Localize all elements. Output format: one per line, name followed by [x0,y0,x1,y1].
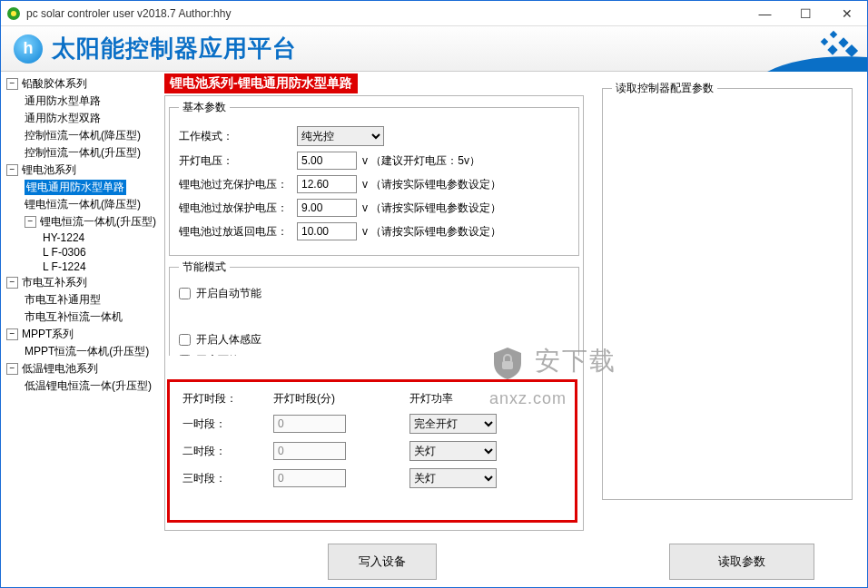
overdischarge-label: 锂电池过放保护电压： [179,201,297,216]
on-voltage-input[interactable] [297,152,357,170]
maximize-button[interactable]: ☐ [785,1,826,26]
tree-item[interactable]: 市电互补通用型 [3,291,161,309]
tree-item[interactable]: 控制恒流一体机(升压型) [3,144,161,162]
on-voltage-hint: v （建议开灯电压：5v） [362,153,480,169]
period-col2: 开灯功率 [409,391,453,407]
tree-item-selected[interactable]: 锂电通用防水型单路 [3,179,161,196]
right-panel: 读取控制器配置参数 [593,74,862,531]
discharge-return-hint: v （请按实际锂电参数设定） [362,224,501,240]
app-title: 太阳能控制器应用平台 [52,33,297,64]
period-title: 开灯时段： [182,391,273,407]
close-button[interactable]: ✕ [826,1,867,26]
read-config-group: 读取控制器配置参数 [602,81,853,500]
auto-energy-checkbox[interactable] [179,288,191,299]
tree-item[interactable]: MPPT恒流一体机(升压型) [3,343,161,360]
period3-power-select[interactable]: 关灯 [409,468,497,488]
page-title: 锂电池系列-锂电通用防水型单路 [164,74,358,93]
overcharge-hint: v （请按实际锂电参数设定） [362,177,501,192]
app-icon [6,6,21,21]
tree-item[interactable]: 通用防水型双路 [3,110,161,127]
pir-label: 开启人体感应 [196,332,261,348]
sidebar-tree[interactable]: 铅酸胶体系列 通用防水型单路 通用防水型双路 控制恒流一体机(降压型) 控制恒流… [1,72,163,587]
tree-subgroup[interactable]: 锂电恒流一体机(升压型) [3,213,161,230]
tree-item[interactable]: L F-1224 [3,260,161,274]
main-panel: 锂电池系列-锂电通用防水型单路 基本参数 工作模式： 纯光控 开灯电压： v （… [163,72,867,587]
mode-select[interactable]: 纯光控 [297,126,384,146]
tree-group-grid[interactable]: 市电互补系列 [3,274,161,291]
overcharge-label: 锂电池过充保护电压： [179,177,297,192]
minimize-button[interactable]: — [745,1,785,26]
on-voltage-label: 开灯电压： [179,153,297,169]
tree-item[interactable]: L F-0306 [3,245,161,260]
energy-group: 节能模式 开启自动节能 开启人体感应 开启雨控 [169,260,579,356]
window-title: pc solar controler user v2018.7 Author:h… [26,7,745,20]
tree-item[interactable]: HY-1224 [3,230,161,245]
energy-legend: 节能模式 [179,260,230,275]
tree-group-lowtemp[interactable]: 低温锂电池系列 [3,360,161,377]
svg-point-1 [11,11,16,16]
auto-energy-label: 开启自动节能 [196,286,261,301]
period2-label: 二时段： [182,444,273,459]
tree-item[interactable]: 通用防水型单路 [3,93,161,110]
period-section: 开灯时段： 开灯时段(分) 开灯功率 一时段： 完全开灯 二时段： [167,379,577,523]
pir-checkbox[interactable] [179,334,191,346]
svg-rect-3 [821,38,828,45]
app-header: h 太阳能控制器应用平台 [1,26,867,72]
period3-minutes-input[interactable] [273,469,346,487]
logo-icon: h [14,34,43,64]
period1-power-select[interactable]: 完全开灯 [409,414,497,434]
svg-rect-4 [838,37,848,47]
tree-group-mppt[interactable]: MPPT系列 [3,326,161,343]
period1-label: 一时段： [182,416,273,432]
basic-legend: 基本参数 [179,100,230,115]
rain-label: 开启雨控 [196,353,240,356]
tree-item[interactable]: 锂电恒流一体机(降压型) [3,196,161,213]
discharge-return-input[interactable] [297,222,357,240]
read-config-legend: 读取控制器配置参数 [612,81,717,96]
svg-rect-5 [827,44,837,54]
period2-minutes-input[interactable] [273,442,346,460]
basic-params-group: 基本参数 工作模式： 纯光控 开灯电压： v （建议开灯电压：5v） 锂电池过充… [169,100,579,256]
svg-rect-2 [830,31,837,38]
discharge-return-label: 锂电池过放返回电压： [179,224,297,240]
tree-item[interactable]: 控制恒流一体机(降压型) [3,127,161,144]
tree-item[interactable]: 市电互补恒流一体机 [3,309,161,326]
mode-label: 工作模式： [179,129,297,144]
tree-group-lead-acid[interactable]: 铅酸胶体系列 [3,75,161,93]
period2-power-select[interactable]: 关灯 [409,441,497,461]
read-params-button[interactable]: 读取参数 [669,544,814,580]
period1-minutes-input[interactable] [273,415,346,433]
svg-rect-6 [845,44,858,57]
overdischarge-hint: v （请按实际锂电参数设定） [362,201,501,216]
period-col1: 开灯时段(分) [273,391,409,407]
period3-label: 三时段： [182,471,273,486]
window-titlebar: pc solar controler user v2018.7 Author:h… [1,1,867,26]
rain-checkbox[interactable] [179,355,191,356]
overcharge-input[interactable] [297,175,357,193]
tree-group-lithium[interactable]: 锂电池系列 [3,162,161,179]
overdischarge-input[interactable] [297,199,357,217]
write-device-button[interactable]: 写入设备 [328,544,437,580]
tree-item[interactable]: 低温锂电恒流一体(升压型) [3,377,161,395]
header-decor [767,26,867,72]
